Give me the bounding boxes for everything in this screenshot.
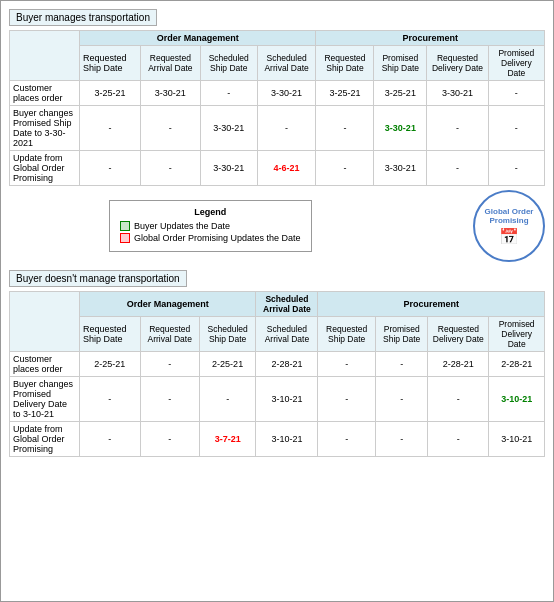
legend-gop-label: Global Order Promising Updates the Date: [134, 233, 301, 243]
row3-action: Update from Global Order Promising: [10, 151, 80, 186]
legend-buyer-label: Buyer Updates the Date: [134, 221, 230, 231]
legend-green-square: [120, 221, 130, 231]
s1-col8: Promised Delivery Date: [488, 46, 544, 81]
s2-col3: Scheduled Ship Date: [199, 317, 256, 352]
s2-col1: Requested Ship Date: [80, 317, 141, 352]
r1c5: 3-25-21: [316, 81, 374, 106]
s1-col3: Scheduled Ship Date: [200, 46, 257, 81]
r3c5: -: [316, 151, 374, 186]
r3c3: 3-30-21: [200, 151, 257, 186]
s2r1c1: 2-25-21: [80, 352, 141, 377]
s2-col6: Promised Ship Date: [375, 317, 427, 352]
r2c6-green: 3-30-21: [374, 106, 427, 151]
table-row: Update from Global Order Promising - - 3…: [10, 422, 545, 457]
s2r3c7: -: [428, 422, 489, 457]
r3c6: 3-30-21: [374, 151, 427, 186]
s2-col2: Requested Arrival Date: [140, 317, 199, 352]
s2r1c4: 2-28-21: [256, 352, 318, 377]
s2r1-action: Customer places order: [10, 352, 80, 377]
r2c5: -: [316, 106, 374, 151]
s1-col5: Requested Ship Date: [316, 46, 374, 81]
table-row: Buyer changes Promised Ship Date to 3-30…: [10, 106, 545, 151]
r3c7: -: [427, 151, 488, 186]
legend-title: Legend: [120, 207, 301, 217]
s2r2c8-green: 3-10-21: [489, 377, 545, 422]
s2r3-action: Update from Global Order Promising: [10, 422, 80, 457]
s2-procurement-header: Procurement: [318, 292, 545, 317]
s2r1c2: -: [140, 352, 199, 377]
s2r1c6: -: [375, 352, 427, 377]
s2r1c3: 2-25-21: [199, 352, 256, 377]
legend-red-square: [120, 233, 130, 243]
r1c1: 3-25-21: [80, 81, 141, 106]
s2r3c4: 3-10-21: [256, 422, 318, 457]
s2-col7: Requested Delivery Date: [428, 317, 489, 352]
table-row: Buyer changes Promised Delivery Date to …: [10, 377, 545, 422]
s2-sched-arrival: Scheduled Arrival Date: [256, 292, 318, 317]
legend-item-gop: Global Order Promising Updates the Date: [120, 233, 301, 243]
s2r2c1: -: [80, 377, 141, 422]
gop-line1: Global Order: [485, 207, 534, 216]
r3c1: -: [80, 151, 141, 186]
legend-item-buyer: Buyer Updates the Date: [120, 221, 301, 231]
section2-label: Buyer doesn't manage transportation: [9, 270, 187, 287]
r3c2: -: [141, 151, 201, 186]
s2-order-mgmt-header: Order Management: [80, 292, 256, 317]
s2-col8: Promised Delivery Date: [489, 317, 545, 352]
s2-col5: Requested Ship Date: [318, 317, 376, 352]
s2-col4: Scheduled Arrival Date: [256, 317, 318, 352]
s2r2c7: -: [428, 377, 489, 422]
s2r3c2: -: [140, 422, 199, 457]
r1c7: 3-30-21: [427, 81, 488, 106]
s1-col7: Requested Delivery Date: [427, 46, 488, 81]
s2r3c5: -: [318, 422, 376, 457]
s1-order-mgmt-header: Order Management: [80, 31, 316, 46]
gop-line2: Promising: [489, 216, 528, 225]
s2r2c4: 3-10-21: [256, 377, 318, 422]
r2c8: -: [488, 106, 544, 151]
s1-col2: Requested Arrival Date: [141, 46, 201, 81]
gop-calendar-icon: 📅: [499, 227, 519, 246]
s2r2-action: Buyer changes Promised Delivery Date to …: [10, 377, 80, 422]
s2r2c3: -: [199, 377, 256, 422]
s2r3c1: -: [80, 422, 141, 457]
table-row: Update from Global Order Promising - - 3…: [10, 151, 545, 186]
s1-procurement-header: Procurement: [316, 31, 545, 46]
s2r1c7: 2-28-21: [428, 352, 489, 377]
legend-box: Legend Buyer Updates the Date Global Ord…: [109, 200, 312, 252]
s2r1c5: -: [318, 352, 376, 377]
s2r2c2: -: [140, 377, 199, 422]
s2r3c3-red: 3-7-21: [199, 422, 256, 457]
r3c4-red: 4-6-21: [257, 151, 316, 186]
r1c4: 3-30-21: [257, 81, 316, 106]
s2r1c8: 2-28-21: [489, 352, 545, 377]
s2r3c6: -: [375, 422, 427, 457]
s1-col1: Requested Ship Date: [80, 46, 141, 81]
row1-action: Customer places order: [10, 81, 80, 106]
r2c7: -: [427, 106, 488, 151]
s2r3c8: 3-10-21: [489, 422, 545, 457]
row2-action: Buyer changes Promised Ship Date to 3-30…: [10, 106, 80, 151]
r1c3: -: [200, 81, 257, 106]
gop-circle: Global Order Promising 📅: [473, 190, 545, 262]
table-row: Customer places order 3-25-21 3-30-21 - …: [10, 81, 545, 106]
r1c2: 3-30-21: [141, 81, 201, 106]
table-row: Customer places order 2-25-21 - 2-25-21 …: [10, 352, 545, 377]
s1-col6: Promised Ship Date: [374, 46, 427, 81]
section2-table: Order Management Scheduled Arrival Date …: [9, 291, 545, 457]
s2r2c5: -: [318, 377, 376, 422]
r3c8: -: [488, 151, 544, 186]
r2c3: 3-30-21: [200, 106, 257, 151]
r1c6: 3-25-21: [374, 81, 427, 106]
r1c8: -: [488, 81, 544, 106]
s1-col4: Scheduled Arrival Date: [257, 46, 316, 81]
r2c2: -: [141, 106, 201, 151]
r2c4: -: [257, 106, 316, 151]
section1-table: Order Management Procurement Requested S…: [9, 30, 545, 186]
section1-label: Buyer manages transportation: [9, 9, 157, 26]
s2r2c6: -: [375, 377, 427, 422]
r2c1: -: [80, 106, 141, 151]
